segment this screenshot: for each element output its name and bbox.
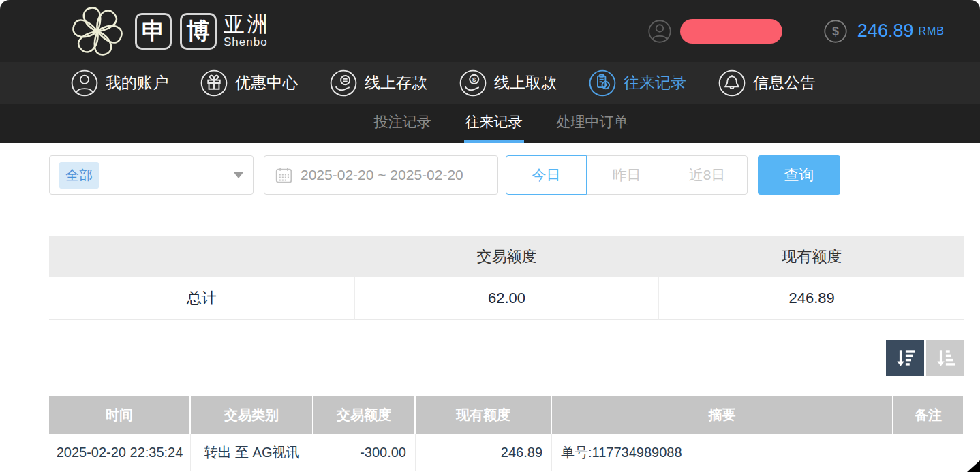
quick-date-button-group: 今日 昨日 近8日: [506, 155, 748, 195]
record-note-cell: [893, 434, 964, 471]
brand-english-label: Shenbo: [224, 36, 270, 48]
main-navigation: 我的账户 优惠中心 线上存款: [0, 62, 980, 104]
nav-item-label: 线上取款: [494, 72, 557, 93]
summary-header-balance: 现有额度: [659, 236, 964, 277]
record-amount-cell: -300.00: [313, 434, 416, 471]
deposit-hand-coin-icon: [329, 69, 358, 97]
yesterday-button[interactable]: 昨日: [586, 155, 667, 195]
cursor-artifact: [967, 460, 980, 472]
tab-betting-records[interactable]: 投注记录: [373, 104, 433, 143]
date-range-value: 2025-02-20 ~ 2025-02-20: [301, 167, 463, 183]
selected-type-chip: 全部: [59, 162, 99, 189]
logo-char-box: 申: [135, 13, 172, 50]
records-header-amount: 交易额度: [313, 396, 416, 434]
date-range-input[interactable]: 2025-02-20 ~ 2025-02-20: [264, 155, 498, 195]
last-8-days-button[interactable]: 近8日: [667, 155, 748, 195]
nav-item-label: 信息公告: [753, 72, 816, 93]
nav-item-promotions[interactable]: 优惠中心: [200, 69, 298, 97]
sort-ascending-button[interactable]: [926, 340, 964, 376]
tab-transaction-records[interactable]: 往来记录: [464, 104, 524, 143]
clipboard-clock-icon: [588, 69, 617, 97]
nav-item-label: 往来记录: [624, 72, 686, 93]
logo-char-box: 博: [180, 13, 217, 50]
withdraw-hand-coin-icon: $: [459, 69, 487, 97]
last-8-days-button-label: 近8日: [689, 166, 726, 185]
tab-label: 处理中订单: [557, 112, 628, 131]
today-button[interactable]: 今日: [506, 155, 587, 195]
sort-ascending-icon: [933, 346, 958, 371]
filter-row: 全部 2025-02-20 ~ 2025-02-20 今日: [49, 155, 964, 195]
user-circle-icon: [70, 69, 99, 97]
username-redacted-pill[interactable]: [680, 19, 782, 44]
section-divider: [49, 215, 964, 215]
header-account-area: $ 246.89 RMB: [647, 19, 945, 44]
main-content: 全部 2025-02-20 ~ 2025-02-20 今日: [49, 155, 964, 471]
summary-total-balance: 246.89: [659, 277, 964, 320]
summary-header-transaction: 交易额度: [354, 236, 660, 277]
bell-icon: [718, 69, 746, 97]
records-header-type: 交易类别: [191, 396, 313, 434]
nav-item-online-withdrawal[interactable]: $ 线上取款: [459, 69, 557, 97]
search-button[interactable]: 查询: [758, 155, 840, 195]
flower-logo-icon: [68, 2, 127, 61]
nav-item-label: 优惠中心: [235, 72, 298, 93]
yesterday-button-label: 昨日: [613, 166, 641, 185]
records-table: 时间 交易类别 交易额度 现有额度 摘要 备注 2025-02-20 22:35…: [49, 396, 964, 471]
brand-text: 亚洲 Shenbo: [224, 14, 270, 48]
nav-item-my-account[interactable]: 我的账户: [70, 69, 168, 97]
records-subnav: 投注记录 往来记录 处理中订单: [0, 104, 980, 143]
top-header: 申 博 亚洲 Shenbo $ 246.89 RMB: [0, 0, 980, 62]
nav-item-announcements[interactable]: 信息公告: [718, 69, 816, 97]
sort-descending-icon: [893, 346, 917, 371]
gift-icon: [200, 69, 228, 97]
brand-region-label: 亚洲: [224, 14, 270, 36]
balance-currency: RMB: [918, 25, 945, 37]
summary-total-label: 总计: [49, 277, 354, 320]
sort-controls: [49, 340, 964, 376]
nav-item-label: 我的账户: [106, 72, 168, 93]
balance-amount: 246.89: [857, 20, 914, 42]
record-balance-cell: 246.89: [416, 434, 552, 471]
transaction-type-select[interactable]: 全部: [49, 155, 254, 195]
svg-text:$: $: [832, 25, 839, 38]
dollar-circle-icon: $: [823, 19, 848, 44]
today-button-label: 今日: [532, 166, 561, 185]
chevron-down-icon: [234, 172, 243, 178]
record-type-cell: 转出 至 AG视讯: [191, 434, 313, 471]
summary-header-empty: [49, 236, 354, 277]
summary-total-transaction: 62.00: [354, 277, 660, 320]
tab-label: 往来记录: [465, 112, 523, 131]
nav-item-transaction-records[interactable]: 往来记录: [588, 69, 686, 97]
calendar-icon: [275, 166, 293, 185]
tab-processing-orders[interactable]: 处理中订单: [555, 104, 630, 143]
avatar-icon[interactable]: [647, 19, 672, 44]
brand-logo[interactable]: 申 博 亚洲 Shenbo: [68, 2, 270, 61]
record-summary-cell: 单号:117734989088: [552, 434, 893, 471]
records-header-balance: 现有额度: [416, 396, 552, 434]
records-header-note: 备注: [893, 396, 964, 434]
records-header-time: 时间: [49, 396, 191, 434]
tab-label: 投注记录: [374, 112, 431, 131]
records-header-summary: 摘要: [552, 396, 893, 434]
summary-table: 交易额度 现有额度 总计 62.00 246.89: [49, 236, 964, 320]
page: 申 博 亚洲 Shenbo $ 246.89 RMB: [0, 0, 980, 472]
nav-item-label: 线上存款: [365, 72, 427, 93]
svg-text:$: $: [472, 75, 476, 82]
nav-item-online-deposit[interactable]: 线上存款: [329, 69, 427, 97]
sort-descending-button[interactable]: [886, 340, 924, 376]
record-time-cell: 2025-02-20 22:35:24: [49, 434, 191, 471]
